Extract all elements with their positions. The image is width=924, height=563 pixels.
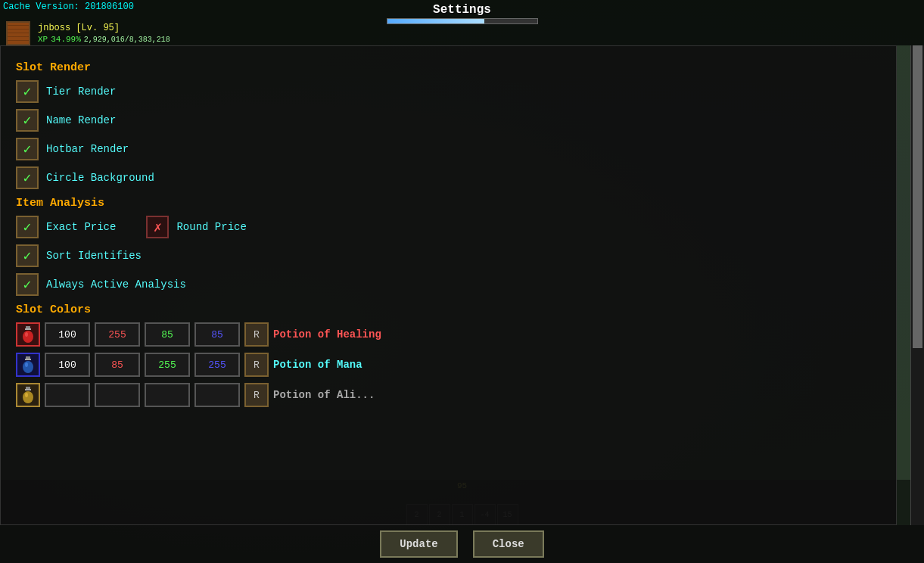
player-name: jnboss [Lv. 95] <box>38 23 170 33</box>
other-row: R Potion of Ali... <box>16 383 881 407</box>
healing-potion-icon <box>16 322 40 347</box>
always-active-row: Always Active Analysis <box>16 273 881 296</box>
other-potion-name: Potion of Ali... <box>273 389 375 401</box>
healing-g-value[interactable]: 255 <box>95 322 140 347</box>
settings-panel[interactable]: Slot Render Tier Render Name Render Hotb… <box>0 45 897 525</box>
mana-potion-icon <box>16 353 40 377</box>
healing-potion-name: Potion of Healing <box>273 328 381 341</box>
mana-potion-name: Potion of Mana <box>273 359 362 371</box>
exact-price-col: Exact Price <box>16 216 116 238</box>
circle-background-checkbox[interactable] <box>16 166 39 189</box>
round-price-col: Round Price <box>146 216 246 238</box>
always-active-label: Always Active Analysis <box>46 278 186 291</box>
other-b-value[interactable] <box>145 383 190 407</box>
exact-price-label: Exact Price <box>46 221 116 233</box>
tier-render-label: Tier Render <box>46 86 116 98</box>
svg-point-2 <box>23 331 33 343</box>
healing-a-value[interactable]: 85 <box>194 322 240 347</box>
update-button[interactable]: Update <box>380 530 457 558</box>
xp-percent: 34.99% <box>51 35 81 44</box>
other-r-value[interactable] <box>45 383 90 407</box>
mana-a-value[interactable]: 255 <box>194 353 240 377</box>
tier-render-checkbox[interactable] <box>16 80 39 103</box>
round-price-label: Round Price <box>176 221 246 233</box>
item-analysis-header: Item Analysis <box>16 197 881 210</box>
scrollbar-thumb[interactable] <box>913 45 922 348</box>
price-row: Exact Price Round Price <box>16 216 881 238</box>
xp-numbers: 2,929,016/8,383,218 <box>84 36 170 44</box>
sort-identifies-checkbox[interactable] <box>16 244 39 267</box>
hotbar-render-row: Hotbar Render <box>16 138 881 160</box>
other-g-value[interactable] <box>95 383 140 407</box>
healing-r-value[interactable]: 100 <box>45 322 90 347</box>
mana-reset-button[interactable]: R <box>244 353 269 377</box>
always-active-checkbox[interactable] <box>16 273 39 296</box>
settings-title-area: Settings <box>387 3 538 24</box>
round-price-checkbox[interactable] <box>146 216 169 238</box>
mob-health-fill <box>387 19 485 23</box>
xp-label: XP <box>38 35 48 44</box>
player-avatar <box>6 21 30 45</box>
slot-render-header: Slot Render <box>16 61 881 74</box>
cache-version: Cache Version: 201806100 <box>3 2 134 12</box>
healing-reset-button[interactable]: R <box>244 322 269 347</box>
name-render-checkbox[interactable] <box>16 109 39 132</box>
tier-render-row: Tier Render <box>16 80 881 103</box>
other-potion-icon <box>16 383 40 407</box>
name-render-label: Name Render <box>46 114 116 126</box>
close-button[interactable]: Close <box>473 530 544 558</box>
other-a-value[interactable] <box>194 383 240 407</box>
settings-title: Settings <box>433 3 491 17</box>
mana-row: 100 85 255 255 R Potion of Mana <box>16 353 881 377</box>
svg-point-7 <box>25 362 28 367</box>
svg-point-11 <box>25 393 28 397</box>
svg-point-6 <box>23 361 33 373</box>
svg-point-10 <box>23 391 33 403</box>
sort-identifies-row: Sort Identifies <box>16 244 881 267</box>
svg-point-3 <box>25 332 28 337</box>
scrollbar[interactable] <box>910 45 924 525</box>
hotbar-render-checkbox[interactable] <box>16 138 39 160</box>
mana-b-value[interactable]: 255 <box>145 353 190 377</box>
name-render-row: Name Render <box>16 109 881 132</box>
circle-background-row: Circle Background <box>16 166 881 189</box>
mob-health-bar <box>387 18 538 24</box>
bottom-bar: Update Close <box>0 525 924 563</box>
other-reset-button[interactable]: R <box>244 383 269 407</box>
hotbar-render-label: Hotbar Render <box>46 143 129 155</box>
svg-rect-9 <box>25 389 31 390</box>
slot-colors-header: Slot Colors <box>16 303 881 316</box>
svg-rect-1 <box>25 328 31 330</box>
circle-background-label: Circle Background <box>46 172 154 184</box>
healing-b-value[interactable]: 85 <box>145 322 190 347</box>
exact-price-checkbox[interactable] <box>16 216 39 238</box>
mana-g-value[interactable]: 85 <box>95 353 140 377</box>
healing-row: 100 255 85 85 R Potion of Healing <box>16 322 881 347</box>
svg-rect-5 <box>25 359 31 360</box>
sort-identifies-label: Sort Identifies <box>46 250 142 262</box>
mana-r-value[interactable]: 100 <box>45 353 90 377</box>
